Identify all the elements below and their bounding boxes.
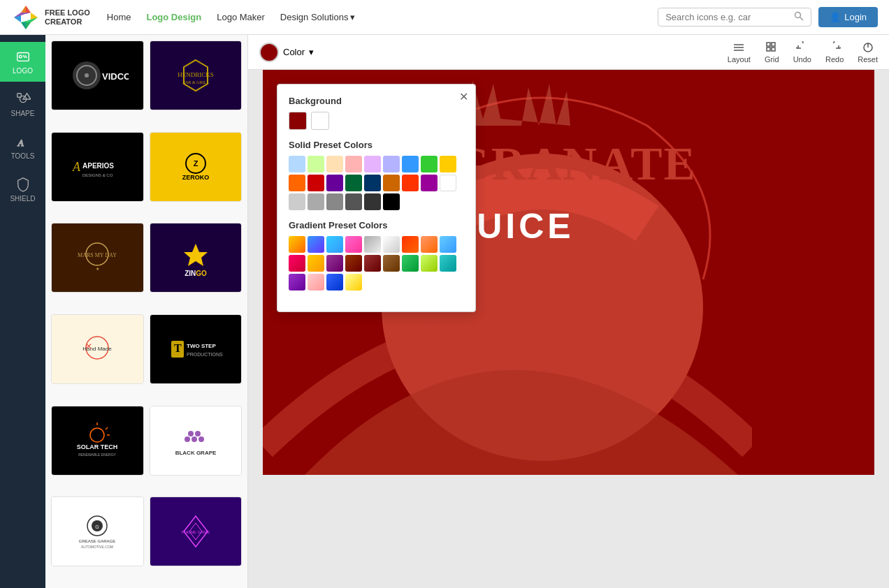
nav-logo-maker[interactable]: Logo Maker (217, 12, 265, 22)
color-cell[interactable] (383, 193, 400, 210)
site-logo[interactable]: FREE LOGO CREATOR (11, 3, 90, 32)
svg-text:MARS MY DAY: MARS MY DAY (78, 252, 117, 258)
gradient-cell[interactable] (402, 236, 419, 253)
color-cell[interactable] (421, 156, 438, 172)
color-cell[interactable] (326, 193, 343, 210)
sidebar-logo-label: LOGO (13, 67, 33, 75)
gradient-cell[interactable] (440, 255, 456, 272)
color-cell[interactable] (402, 156, 419, 172)
search-input[interactable] (665, 12, 790, 22)
undo-button[interactable]: Undo (793, 41, 811, 64)
color-cell[interactable] (345, 156, 362, 172)
color-cell[interactable] (364, 175, 381, 191)
nav-design-solutions[interactable]: Design Solutions ▾ (280, 12, 356, 22)
svg-text:Z: Z (193, 159, 198, 168)
gradient-cell[interactable] (345, 236, 362, 253)
sidebar-item-shape[interactable]: SHAPE (0, 84, 45, 124)
sidebar-item-shield[interactable]: SHIELD (0, 170, 45, 210)
color-cell[interactable] (326, 156, 343, 172)
redo-button[interactable]: Redo (825, 41, 844, 64)
svg-text:T: T (174, 342, 182, 354)
color-cell[interactable] (402, 175, 419, 191)
list-item[interactable]: HENDRICKS BAR & GRILL (150, 41, 243, 110)
list-item[interactable]: VIDCON (51, 41, 144, 110)
color-cell[interactable] (440, 175, 456, 191)
color-cell[interactable] (345, 193, 362, 210)
svg-text:ZINGO: ZINGO (185, 270, 207, 277)
color-cell[interactable] (383, 156, 400, 172)
nav-home[interactable]: Home (107, 12, 131, 22)
nav-logo-design[interactable]: Logo Design (146, 12, 201, 22)
color-cell[interactable] (289, 175, 305, 191)
reset-button[interactable]: Reset (858, 41, 878, 64)
bg-swatch-white[interactable] (311, 112, 329, 130)
gradient-cell[interactable] (440, 236, 456, 253)
color-cell[interactable] (364, 156, 381, 172)
list-item[interactable]: Hand Made ✕ (51, 314, 144, 384)
color-cell[interactable] (289, 156, 305, 172)
color-cell[interactable] (326, 175, 343, 191)
color-cell[interactable] (289, 193, 305, 210)
list-item[interactable]: PHONE GAME (150, 497, 243, 566)
color-button[interactable]: Color ▾ (259, 43, 314, 62)
list-item[interactable]: T TWO STEP PRODUCTIONS (150, 314, 243, 384)
grid-button[interactable]: Grid (765, 41, 779, 64)
svg-point-59 (188, 431, 194, 436)
search-box[interactable] (658, 8, 811, 27)
color-cell[interactable] (308, 156, 324, 172)
color-cell[interactable] (421, 175, 438, 191)
gradient-cell[interactable] (326, 255, 343, 272)
login-button[interactable]: 👤 Login (818, 7, 878, 27)
svg-text:★: ★ (96, 267, 99, 271)
color-cell[interactable] (308, 175, 324, 191)
list-item[interactable]: A APERIOS DESIGNS & CO (51, 132, 144, 202)
svg-point-13 (19, 55, 22, 58)
svg-text:TWO STEP: TWO STEP (187, 343, 216, 349)
gradient-cell[interactable] (308, 255, 324, 272)
gradient-cell[interactable] (289, 274, 305, 291)
gradient-cell[interactable] (421, 236, 438, 253)
gradient-cell[interactable] (326, 236, 343, 253)
gradient-cell[interactable] (289, 255, 305, 272)
toolbar-actions: Layout Grid Undo (728, 41, 878, 64)
solid-color-grid (289, 156, 464, 210)
color-cell[interactable] (308, 193, 324, 210)
bg-swatch-dark-red[interactable] (289, 112, 307, 130)
color-cell[interactable] (440, 156, 456, 172)
list-item[interactable]: ZINGO (150, 223, 243, 293)
list-item[interactable]: SOLAR TECH RENEWABLE ENERGY (51, 406, 144, 476)
svg-text:AUTOMOTIVE.COM: AUTOMOTIVE.COM (81, 545, 113, 549)
gradient-cell[interactable] (383, 255, 400, 272)
chevron-down-icon: ▾ (350, 12, 355, 22)
gradient-cell[interactable] (345, 274, 362, 291)
layout-button[interactable]: Layout (728, 41, 751, 64)
color-popup: ✕ Background Solid Preset Colors Gr (277, 84, 476, 312)
sidebar-item-logo[interactable]: LOGO (0, 42, 45, 82)
gradient-cell[interactable] (308, 236, 324, 253)
gradient-cell[interactable] (364, 236, 381, 253)
gradient-cell[interactable] (326, 274, 343, 291)
gradient-cell[interactable] (364, 255, 381, 272)
list-item[interactable]: MARS MY DAY ★ (51, 223, 144, 293)
color-cell[interactable] (383, 175, 400, 191)
nav-links: Home Logo Design Logo Maker Design Solut… (107, 12, 356, 22)
svg-point-9 (22, 14, 29, 21)
list-item[interactable]: Z ZEROKO (150, 132, 243, 202)
gradient-cell[interactable] (383, 236, 400, 253)
svg-line-11 (800, 17, 804, 21)
svg-rect-78 (767, 43, 770, 46)
list-item[interactable]: G GREASE GARAGE AUTOMOTIVE.COM (51, 497, 144, 566)
gradient-cell[interactable] (402, 255, 419, 272)
popup-close-button[interactable]: ✕ (459, 90, 468, 103)
list-item[interactable]: BLACK GRAPE (150, 406, 243, 476)
sidebar-item-tools[interactable]: A TOOLS (0, 127, 45, 167)
svg-rect-80 (767, 47, 770, 51)
gradient-cell[interactable] (308, 274, 324, 291)
color-cell[interactable] (364, 193, 381, 210)
gradient-cell[interactable] (345, 255, 362, 272)
solid-colors-title: Solid Preset Colors (289, 140, 464, 150)
svg-point-61 (191, 436, 197, 442)
gradient-cell[interactable] (421, 255, 438, 272)
color-cell[interactable] (345, 175, 362, 191)
gradient-cell[interactable] (289, 236, 305, 253)
